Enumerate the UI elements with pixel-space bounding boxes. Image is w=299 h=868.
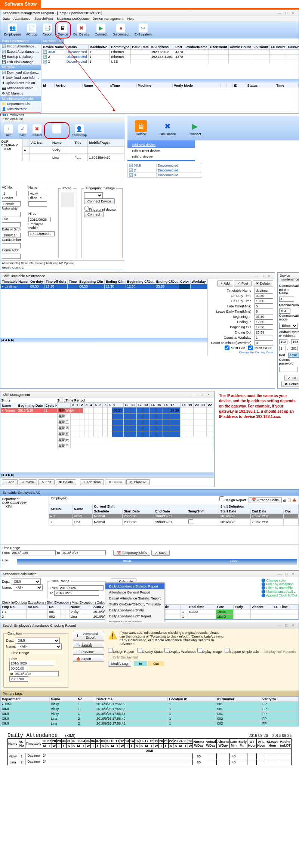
side-export[interactable]: 🔄 Export Attendance Checking Data: [0, 49, 41, 54]
modify-log-btn[interactable]: Modify Log: [108, 661, 131, 667]
acno-field[interactable]: [2, 191, 17, 196]
officetel-field[interactable]: [28, 201, 47, 207]
adv-export-btn[interactable]: ⬇ Advanced Export: [73, 631, 104, 641]
company-node[interactable]: OUR COMPANY: [1, 140, 22, 147]
sm-addtime[interactable]: + Add Time: [80, 479, 104, 485]
nat-field[interactable]: [2, 212, 21, 217]
min-btn[interactable]: —: [276, 11, 283, 15]
search-btn[interactable]: 🔍 Search: [73, 642, 104, 648]
dm-name[interactable]: [279, 297, 294, 302]
tab-shift-exc[interactable]: Shift Exception: [47, 601, 69, 604]
mobile-field[interactable]: [28, 231, 55, 236]
sm-del[interactable]: ✖ Delete: [56, 479, 76, 485]
tab-cio[interactable]: Clock In/Out Log Exceptions: [2, 601, 44, 604]
tt-late-field[interactable]: [255, 304, 273, 309]
tool-report[interactable]: 📑Report: [41, 23, 54, 37]
s-t1[interactable]: [9, 666, 28, 671]
machine-row[interactable]: 🔄 2Disconnected1Ethernet192.168.1.201437…: [42, 55, 299, 59]
dob-field[interactable]: [2, 233, 21, 238]
must-cin[interactable]: [225, 345, 229, 350]
mini-row[interactable]: 🔄 XIMIDisconnected: [128, 163, 202, 168]
calc-to[interactable]: [54, 590, 99, 596]
link-filter-tt[interactable]: Filter by timetable: [266, 586, 293, 590]
tt-del-btn[interactable]: ✖ Delete: [253, 280, 273, 286]
side-up-user[interactable]: ⬆ Upload user info and FP: [0, 80, 41, 86]
s-t2[interactable]: [9, 676, 28, 682]
tt-cm-field[interactable]: [255, 340, 273, 345]
tt-on-field[interactable]: [255, 293, 273, 298]
link-append[interactable]: Append Clock In/Out: [266, 593, 297, 597]
dm-port[interactable]: [288, 353, 299, 358]
side-import[interactable]: 🔄 Import Attendance Checking Data: [0, 44, 41, 49]
rep-ot[interactable]: Daily Attendance OT Report: [105, 613, 164, 619]
ip3[interactable]: [279, 346, 286, 351]
side-admin[interactable]: 👤 Administrator: [0, 106, 41, 112]
hired-field[interactable]: [28, 217, 51, 222]
log-row[interactable]: ▸ XIMIVicky12016/9/26 17:56:321001FP: [1, 702, 299, 707]
sched-row[interactable]: 2LinaNormal2000/1/12999/12/312016/9/2620…: [49, 519, 299, 526]
tool-aclog[interactable]: 📄AC Log: [25, 23, 39, 37]
side-dl-logs[interactable]: 🔄 Download attendance logs: [0, 70, 41, 75]
chk-image[interactable]: [197, 648, 202, 653]
ctx-add-device[interactable]: Add new device: [127, 142, 195, 148]
tt-cw-field[interactable]: [255, 335, 273, 340]
export-btn[interactable]: 📤 Export: [73, 656, 104, 662]
close-btn[interactable]: ×: [266, 274, 272, 278]
gender-field[interactable]: [2, 201, 21, 207]
calc-name[interactable]: <All>: [13, 585, 43, 590]
name-field[interactable]: [28, 191, 47, 196]
tool-cancel[interactable]: ✖Cancel: [31, 124, 43, 137]
menu-device[interactable]: Device management: [93, 17, 124, 21]
sm-clear[interactable]: ⊘ Clear All: [126, 479, 150, 485]
tool-disconnect[interactable]: ●Disconnect: [111, 23, 131, 37]
arrange-shifts-btn[interactable]: 📅 Arrange Shifts: [249, 497, 282, 503]
tt-off-field[interactable]: [255, 298, 273, 304]
dm-cancel[interactable]: ✖ Cancel: [281, 381, 299, 387]
side-photo[interactable]: 📷 Attendance Photo Management: [0, 86, 41, 91]
ctx-edit-all[interactable]: Edit All device: [127, 154, 195, 160]
sm-add[interactable]: + Add: [2, 479, 18, 485]
tt-bout-field[interactable]: [255, 325, 273, 330]
link-color[interactable]: Change color: [266, 579, 286, 582]
tt-row[interactable]: ▸ daytime09:3018:3006:3012:3012:3023:59: [1, 284, 207, 289]
menu-data[interactable]: Data: [3, 17, 10, 21]
tt-post-btn[interactable]: ✓ Post: [234, 280, 252, 286]
chk-simple[interactable]: [225, 648, 229, 653]
tool-employees[interactable]: 👥Employees: [3, 23, 22, 37]
card-field[interactable]: [2, 243, 21, 248]
max-btn[interactable]: □: [259, 274, 266, 278]
mini-row[interactable]: 🔄 2Disconnected: [128, 168, 202, 173]
log-row[interactable]: XIMIVicky12016/9/26 17:56:351001FP: [1, 712, 299, 716]
side-acmanage[interactable]: ⚙ AC Manage: [0, 91, 41, 96]
connect2-btn[interactable]: Connect: [84, 211, 104, 217]
temp-shifts-btn[interactable]: 📆 Temporary Shifts: [113, 550, 151, 556]
rep-depart[interactable]: Depart Attendance Statistic Report: [105, 595, 164, 601]
min-btn[interactable]: —: [252, 274, 259, 278]
tt-eout-field[interactable]: [255, 330, 273, 335]
tool-exit[interactable]: ↪Exit system: [133, 23, 153, 37]
link-filter-exc[interactable]: Filter by exception: [266, 582, 293, 586]
tool-empty[interactable]: [46, 124, 68, 137]
ctx-edit-current[interactable]: Edit current device: [127, 148, 195, 154]
chk-workcode[interactable]: [164, 648, 169, 653]
menu-maint[interactable]: Maintenance/Options: [57, 17, 89, 21]
menu-help[interactable]: Help: [127, 17, 135, 21]
tt-bin-field[interactable]: [255, 314, 273, 319]
s-from[interactable]: [9, 661, 54, 666]
side-backup[interactable]: 💾 Backup Database: [0, 54, 41, 59]
dm-ok[interactable]: ✓ OK: [284, 375, 299, 381]
tool-device[interactable]: 🖥Device: [56, 23, 70, 37]
side-dl-user[interactable]: ⬇ Download user info and Fp: [0, 75, 41, 80]
change-color-link[interactable]: Change the Display Color: [239, 351, 273, 354]
big-connect-btn[interactable]: ▶Connect: [184, 118, 207, 138]
must-cout[interactable]: [248, 345, 253, 350]
dm-mode[interactable]: Ethernet: [279, 323, 298, 329]
sched-save-btn[interactable]: ✓ Save: [151, 550, 170, 556]
fp-select[interactable]: [84, 192, 103, 198]
ip1[interactable]: [279, 339, 287, 344]
tool-add[interactable]: +Add: [3, 124, 15, 137]
rep-shifts[interactable]: Daily Attendance Shifts: [105, 607, 164, 613]
side-dept[interactable]: 📁 Department List: [0, 101, 41, 106]
chk-status[interactable]: [137, 648, 142, 653]
sm-edit[interactable]: ✎ Edit: [38, 479, 55, 485]
